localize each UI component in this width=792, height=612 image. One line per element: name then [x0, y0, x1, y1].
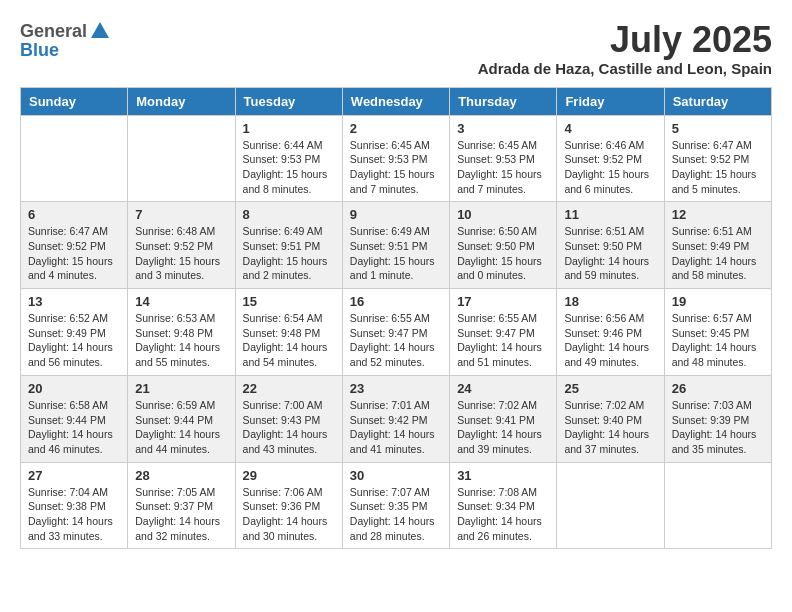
- day-number: 8: [243, 207, 335, 222]
- header: General Blue July 2025 Adrada de Haza, C…: [20, 20, 772, 77]
- header-sunday: Sunday: [21, 87, 128, 115]
- day-number: 7: [135, 207, 227, 222]
- daylight-text: Daylight: 14 hours and 32 minutes.: [135, 514, 227, 543]
- table-cell: 19 Sunrise: 6:57 AM Sunset: 9:45 PM Dayl…: [664, 289, 771, 376]
- sunrise-text: Sunrise: 7:00 AM: [243, 398, 335, 413]
- daylight-text: Daylight: 15 hours and 0 minutes.: [457, 254, 549, 283]
- table-cell: 24 Sunrise: 7:02 AM Sunset: 9:41 PM Dayl…: [450, 375, 557, 462]
- day-number: 13: [28, 294, 120, 309]
- sunrise-text: Sunrise: 6:53 AM: [135, 311, 227, 326]
- table-cell: 17 Sunrise: 6:55 AM Sunset: 9:47 PM Dayl…: [450, 289, 557, 376]
- sunrise-text: Sunrise: 6:49 AM: [243, 224, 335, 239]
- sunset-text: Sunset: 9:52 PM: [135, 239, 227, 254]
- table-cell: 26 Sunrise: 7:03 AM Sunset: 9:39 PM Dayl…: [664, 375, 771, 462]
- day-number: 4: [564, 121, 656, 136]
- sunrise-text: Sunrise: 6:56 AM: [564, 311, 656, 326]
- daylight-text: Daylight: 14 hours and 33 minutes.: [28, 514, 120, 543]
- header-thursday: Thursday: [450, 87, 557, 115]
- day-info: Sunrise: 6:53 AM Sunset: 9:48 PM Dayligh…: [135, 311, 227, 370]
- day-number: 17: [457, 294, 549, 309]
- table-cell: 16 Sunrise: 6:55 AM Sunset: 9:47 PM Dayl…: [342, 289, 449, 376]
- calendar-week-2: 6 Sunrise: 6:47 AM Sunset: 9:52 PM Dayli…: [21, 202, 772, 289]
- calendar-body: 1 Sunrise: 6:44 AM Sunset: 9:53 PM Dayli…: [21, 115, 772, 549]
- table-cell: [557, 462, 664, 549]
- sunrise-text: Sunrise: 6:49 AM: [350, 224, 442, 239]
- day-info: Sunrise: 7:06 AM Sunset: 9:36 PM Dayligh…: [243, 485, 335, 544]
- sunrise-text: Sunrise: 6:55 AM: [457, 311, 549, 326]
- day-number: 18: [564, 294, 656, 309]
- table-cell: 28 Sunrise: 7:05 AM Sunset: 9:37 PM Dayl…: [128, 462, 235, 549]
- table-cell: 7 Sunrise: 6:48 AM Sunset: 9:52 PM Dayli…: [128, 202, 235, 289]
- sunrise-text: Sunrise: 7:01 AM: [350, 398, 442, 413]
- day-info: Sunrise: 6:45 AM Sunset: 9:53 PM Dayligh…: [350, 138, 442, 197]
- sunrise-text: Sunrise: 6:51 AM: [672, 224, 764, 239]
- daylight-text: Daylight: 14 hours and 26 minutes.: [457, 514, 549, 543]
- calendar-week-1: 1 Sunrise: 6:44 AM Sunset: 9:53 PM Dayli…: [21, 115, 772, 202]
- sunrise-text: Sunrise: 6:55 AM: [350, 311, 442, 326]
- day-number: 6: [28, 207, 120, 222]
- table-cell: 15 Sunrise: 6:54 AM Sunset: 9:48 PM Dayl…: [235, 289, 342, 376]
- daylight-text: Daylight: 14 hours and 54 minutes.: [243, 340, 335, 369]
- daylight-text: Daylight: 14 hours and 44 minutes.: [135, 427, 227, 456]
- daylight-text: Daylight: 14 hours and 46 minutes.: [28, 427, 120, 456]
- daylight-text: Daylight: 15 hours and 3 minutes.: [135, 254, 227, 283]
- header-saturday: Saturday: [664, 87, 771, 115]
- day-info: Sunrise: 6:51 AM Sunset: 9:49 PM Dayligh…: [672, 224, 764, 283]
- day-info: Sunrise: 6:46 AM Sunset: 9:52 PM Dayligh…: [564, 138, 656, 197]
- table-cell: 6 Sunrise: 6:47 AM Sunset: 9:52 PM Dayli…: [21, 202, 128, 289]
- title-area: July 2025 Adrada de Haza, Castille and L…: [478, 20, 772, 77]
- daylight-text: Daylight: 15 hours and 1 minute.: [350, 254, 442, 283]
- sunrise-text: Sunrise: 6:52 AM: [28, 311, 120, 326]
- sunrise-text: Sunrise: 7:08 AM: [457, 485, 549, 500]
- day-info: Sunrise: 6:48 AM Sunset: 9:52 PM Dayligh…: [135, 224, 227, 283]
- day-info: Sunrise: 6:44 AM Sunset: 9:53 PM Dayligh…: [243, 138, 335, 197]
- day-number: 23: [350, 381, 442, 396]
- day-info: Sunrise: 7:03 AM Sunset: 9:39 PM Dayligh…: [672, 398, 764, 457]
- day-info: Sunrise: 6:57 AM Sunset: 9:45 PM Dayligh…: [672, 311, 764, 370]
- table-cell: 23 Sunrise: 7:01 AM Sunset: 9:42 PM Dayl…: [342, 375, 449, 462]
- sunrise-text: Sunrise: 7:04 AM: [28, 485, 120, 500]
- logo-icon: [89, 20, 111, 42]
- sunrise-text: Sunrise: 6:57 AM: [672, 311, 764, 326]
- table-cell: 22 Sunrise: 7:00 AM Sunset: 9:43 PM Dayl…: [235, 375, 342, 462]
- sunrise-text: Sunrise: 7:06 AM: [243, 485, 335, 500]
- daylight-text: Daylight: 14 hours and 56 minutes.: [28, 340, 120, 369]
- sunset-text: Sunset: 9:44 PM: [28, 413, 120, 428]
- daylight-text: Daylight: 14 hours and 51 minutes.: [457, 340, 549, 369]
- sunrise-text: Sunrise: 7:05 AM: [135, 485, 227, 500]
- sunset-text: Sunset: 9:37 PM: [135, 499, 227, 514]
- daylight-text: Daylight: 14 hours and 55 minutes.: [135, 340, 227, 369]
- logo-general-text: General: [20, 21, 87, 42]
- sunset-text: Sunset: 9:49 PM: [672, 239, 764, 254]
- sunset-text: Sunset: 9:52 PM: [672, 152, 764, 167]
- calendar-table: Sunday Monday Tuesday Wednesday Thursday…: [20, 87, 772, 550]
- day-number: 15: [243, 294, 335, 309]
- sunrise-text: Sunrise: 6:46 AM: [564, 138, 656, 153]
- sunset-text: Sunset: 9:36 PM: [243, 499, 335, 514]
- daylight-text: Daylight: 14 hours and 28 minutes.: [350, 514, 442, 543]
- sunrise-text: Sunrise: 6:50 AM: [457, 224, 549, 239]
- sunrise-text: Sunrise: 6:44 AM: [243, 138, 335, 153]
- sunrise-text: Sunrise: 6:45 AM: [350, 138, 442, 153]
- sunset-text: Sunset: 9:51 PM: [350, 239, 442, 254]
- day-number: 2: [350, 121, 442, 136]
- daylight-text: Daylight: 14 hours and 49 minutes.: [564, 340, 656, 369]
- day-info: Sunrise: 7:01 AM Sunset: 9:42 PM Dayligh…: [350, 398, 442, 457]
- sunset-text: Sunset: 9:50 PM: [564, 239, 656, 254]
- daylight-text: Daylight: 14 hours and 59 minutes.: [564, 254, 656, 283]
- day-info: Sunrise: 6:50 AM Sunset: 9:50 PM Dayligh…: [457, 224, 549, 283]
- day-number: 9: [350, 207, 442, 222]
- location-title: Adrada de Haza, Castille and Leon, Spain: [478, 60, 772, 77]
- header-friday: Friday: [557, 87, 664, 115]
- sunrise-text: Sunrise: 6:51 AM: [564, 224, 656, 239]
- sunrise-text: Sunrise: 6:47 AM: [28, 224, 120, 239]
- table-cell: 29 Sunrise: 7:06 AM Sunset: 9:36 PM Dayl…: [235, 462, 342, 549]
- day-info: Sunrise: 6:56 AM Sunset: 9:46 PM Dayligh…: [564, 311, 656, 370]
- sunset-text: Sunset: 9:51 PM: [243, 239, 335, 254]
- table-cell: 2 Sunrise: 6:45 AM Sunset: 9:53 PM Dayli…: [342, 115, 449, 202]
- day-number: 25: [564, 381, 656, 396]
- calendar-header-row: Sunday Monday Tuesday Wednesday Thursday…: [21, 87, 772, 115]
- day-info: Sunrise: 6:52 AM Sunset: 9:49 PM Dayligh…: [28, 311, 120, 370]
- table-cell: 27 Sunrise: 7:04 AM Sunset: 9:38 PM Dayl…: [21, 462, 128, 549]
- day-number: 16: [350, 294, 442, 309]
